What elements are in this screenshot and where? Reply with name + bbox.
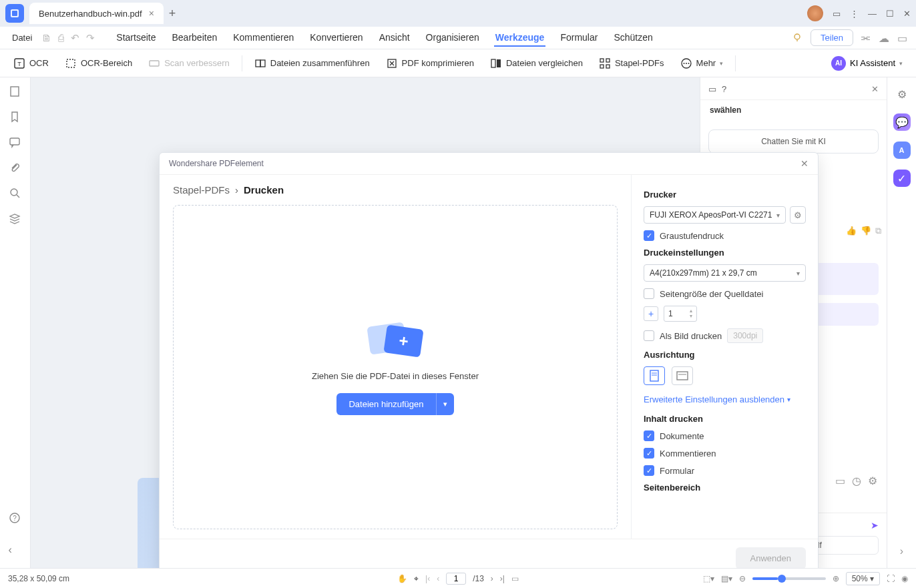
print-icon[interactable]: ⎙	[58, 32, 64, 44]
search-icon[interactable]	[9, 187, 22, 200]
ai-panel-help-icon[interactable]: ?	[722, 84, 726, 94]
right-strip: ⚙ 💬 A ✓ ›	[887, 77, 916, 568]
hand-tool-icon[interactable]: ✋	[397, 574, 407, 583]
new-tab-button[interactable]: +	[169, 7, 176, 21]
page-number-input[interactable]	[446, 573, 466, 585]
settings-sliders-icon[interactable]: ⚙	[893, 85, 911, 103]
tab-formular[interactable]: Formular	[559, 29, 599, 47]
view-mode-icon[interactable]: ▤▾	[721, 574, 732, 583]
lightbulb-icon[interactable]	[792, 32, 804, 44]
paper-size-select[interactable]: A4(210x297mm) 21 x 29,7 cm ▾	[644, 264, 806, 282]
ocr-button[interactable]: T OCR	[7, 53, 55, 73]
undo-icon[interactable]: ↶	[71, 32, 79, 44]
add-files-dropdown[interactable]: ▾	[436, 393, 454, 415]
tab-konvertieren[interactable]: Konvertieren	[308, 29, 364, 47]
redo-icon[interactable]: ↷	[86, 32, 95, 44]
user-avatar[interactable]	[807, 5, 823, 21]
tab-werkzeuge[interactable]: Werkzeuge	[494, 29, 546, 47]
thumbs-up-icon[interactable]: 👍	[846, 226, 857, 236]
layers-icon[interactable]	[9, 212, 22, 226]
proofread-icon[interactable]: ✓	[893, 170, 911, 187]
tab-ansicht[interactable]: Ansicht	[378, 29, 411, 47]
add-copies-button[interactable]: +	[644, 306, 658, 321]
orientation-landscape-button[interactable]	[672, 366, 693, 385]
tab-schuetzen[interactable]: Schützen	[612, 29, 654, 47]
printer-select[interactable]: FUJI XEROX ApeosPort-VI C2271 ▾	[644, 206, 786, 224]
file-menu[interactable]: Datei	[7, 30, 37, 45]
help-icon[interactable]: ?	[9, 512, 22, 525]
comments-icon[interactable]	[9, 136, 22, 150]
thumbnails-icon[interactable]	[9, 85, 22, 99]
translate-icon[interactable]: A	[893, 141, 911, 159]
print-as-image-checkbox[interactable]: Als Bild drucken 300dpi	[644, 328, 806, 343]
source-size-checkbox[interactable]: Seitengröße der Quelldatei	[644, 288, 806, 299]
checkbox-unchecked-icon	[644, 288, 654, 299]
share-link-icon[interactable]: ⫘	[860, 32, 872, 44]
close-window-icon[interactable]: ✕	[903, 9, 911, 19]
save-icon[interactable]: 🗎	[41, 32, 51, 44]
history-icon[interactable]: ▭	[835, 475, 845, 487]
content-comments-checkbox[interactable]: ✓ Kommentieren	[644, 448, 806, 459]
content-area: ▭ ? ✕ swählen Chatten Sie mit KI cht PDF…	[31, 77, 887, 568]
clock-icon[interactable]: ◷	[852, 475, 861, 487]
next-page-icon[interactable]: ›	[491, 574, 493, 583]
zoom-value[interactable]: 50% ▾	[846, 572, 880, 585]
collapse-left-icon[interactable]: ‹	[9, 544, 22, 557]
tab-startseite[interactable]: Startseite	[115, 29, 157, 47]
zoom-in-icon[interactable]: ⊕	[833, 574, 839, 583]
fullscreen-icon[interactable]: ⛶	[887, 574, 895, 583]
read-mode-icon[interactable]: ▭	[511, 574, 519, 583]
add-files-button[interactable]: Dateien hinzufügen	[336, 393, 435, 415]
breadcrumb-root[interactable]: Stapel-PDFs	[173, 184, 230, 196]
tab-close-icon[interactable]: ×	[149, 8, 154, 19]
document-tab[interactable]: Benutzerhandbuch-win.pdf ×	[29, 3, 164, 24]
ai-panel-close-icon[interactable]: ✕	[871, 84, 879, 94]
bookmarks-icon[interactable]	[9, 111, 22, 124]
advanced-settings-link[interactable]: Erweiterte Einstellungen ausblenden ▾	[644, 394, 806, 404]
comment-panel-icon[interactable]: ▭	[833, 9, 841, 19]
printer-settings-button[interactable]: ⚙	[790, 206, 806, 224]
maximize-icon[interactable]: ☐	[886, 9, 894, 19]
tab-organisieren[interactable]: Organisieren	[425, 29, 481, 47]
send-icon[interactable]: ➤	[871, 520, 879, 531]
reading-mode-icon[interactable]: ◉	[901, 574, 908, 583]
chat-with-ai-button[interactable]: Chatten Sie mit KI	[708, 129, 879, 154]
prev-page-icon[interactable]: ‹	[437, 574, 439, 583]
ai-assistant-button[interactable]: AI KI Assistent ▾	[825, 52, 909, 75]
compress-button[interactable]: PDF komprimieren	[379, 53, 481, 73]
collapse-right-icon[interactable]: ›	[893, 543, 911, 560]
zoom-out-icon[interactable]: ⊖	[739, 574, 746, 583]
batch-button[interactable]: Stapel-PDFs	[592, 53, 671, 73]
ai-panel-tool-icon[interactable]: ▭	[708, 84, 716, 94]
thumbs-down-icon[interactable]: 👎	[861, 226, 871, 236]
content-form-checkbox[interactable]: ✓ Formular	[644, 465, 806, 476]
dialog-close-icon[interactable]: ✕	[800, 158, 809, 169]
ai-chat-icon[interactable]: 💬	[893, 113, 911, 131]
compare-button[interactable]: Dateien vergleichen	[483, 53, 590, 73]
tab-bearbeiten[interactable]: Bearbeiten	[171, 29, 219, 47]
grayscale-checkbox[interactable]: ✓ Graustufendruck	[644, 230, 806, 241]
spinner-icon[interactable]: ▴▾	[690, 308, 692, 319]
attachments-icon[interactable]	[9, 162, 22, 175]
share-button[interactable]: Teilen	[811, 29, 853, 46]
select-tool-icon[interactable]: ⌖	[414, 574, 419, 583]
content-documents-checkbox[interactable]: ✓ Dokumente	[644, 430, 806, 441]
fit-page-icon[interactable]: ⬚▾	[703, 574, 714, 583]
feedback-icon[interactable]: ▭	[897, 32, 909, 44]
minimize-icon[interactable]: —	[868, 9, 877, 19]
ocr-area-button[interactable]: OCR-Bereich	[58, 53, 139, 73]
last-page-icon[interactable]: ›|	[500, 574, 505, 583]
merge-button[interactable]: Dateien zusammenführen	[248, 53, 377, 73]
cloud-upload-icon[interactable]: ☁	[879, 32, 891, 44]
kebab-menu-icon[interactable]: ⋮	[850, 9, 859, 19]
orientation-portrait-button[interactable]	[644, 366, 665, 385]
copies-input[interactable]: 1 ▴▾	[664, 306, 697, 322]
file-dropzone[interactable]: + Ziehen Sie die PDF-Datei in dieses Fen…	[173, 205, 618, 529]
tab-kommentieren[interactable]: Kommentieren	[232, 29, 295, 47]
svg-rect-9	[260, 60, 265, 67]
copy-icon[interactable]: ⧉	[875, 226, 881, 236]
zoom-slider[interactable]	[752, 577, 826, 580]
first-page-icon[interactable]: |‹	[425, 574, 430, 583]
more-button[interactable]: Mehr ▾	[674, 53, 730, 73]
gear-icon[interactable]: ⚙	[868, 475, 877, 487]
